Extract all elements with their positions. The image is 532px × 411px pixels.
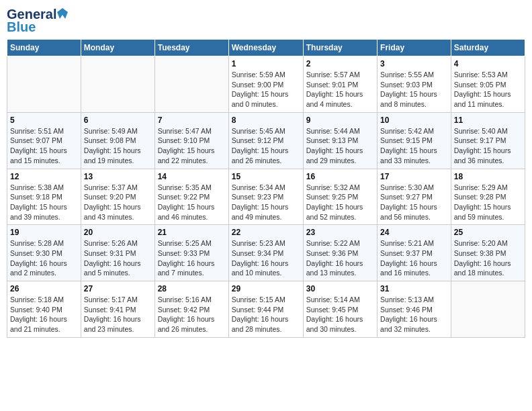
day-header-saturday: Saturday xyxy=(451,40,525,56)
calendar-cell: 25Sunrise: 5:20 AM Sunset: 9:38 PM Dayli… xyxy=(451,225,525,281)
calendar-cell: 28Sunrise: 5:16 AM Sunset: 9:42 PM Dayli… xyxy=(154,281,228,338)
day-number: 28 xyxy=(158,284,226,293)
calendar-cell: 19Sunrise: 5:28 AM Sunset: 9:30 PM Dayli… xyxy=(7,225,81,281)
day-number: 6 xyxy=(84,116,152,125)
calendar-cell: 12Sunrise: 5:38 AM Sunset: 9:18 PM Dayli… xyxy=(7,169,81,225)
day-detail: Sunrise: 5:51 AM Sunset: 9:07 PM Dayligh… xyxy=(10,126,78,166)
day-number: 9 xyxy=(306,116,374,125)
calendar-cell: 6Sunrise: 5:49 AM Sunset: 9:08 PM Daylig… xyxy=(81,112,154,169)
calendar-cell: 22Sunrise: 5:23 AM Sunset: 9:34 PM Dayli… xyxy=(228,225,303,281)
day-number: 13 xyxy=(84,172,152,181)
day-number: 10 xyxy=(380,116,448,125)
calendar-cell: 7Sunrise: 5:47 AM Sunset: 9:10 PM Daylig… xyxy=(154,112,228,169)
day-number: 29 xyxy=(232,284,300,293)
calendar-cell: 21Sunrise: 5:25 AM Sunset: 9:33 PM Dayli… xyxy=(154,225,228,281)
page-header: General Blue xyxy=(7,7,525,35)
day-header-monday: Monday xyxy=(81,40,154,56)
calendar-cell: 17Sunrise: 5:30 AM Sunset: 9:27 PM Dayli… xyxy=(378,169,451,225)
day-detail: Sunrise: 5:15 AM Sunset: 9:44 PM Dayligh… xyxy=(232,295,300,334)
day-number: 16 xyxy=(306,172,374,181)
calendar-cell: 5Sunrise: 5:51 AM Sunset: 9:07 PM Daylig… xyxy=(7,112,81,169)
calendar-cell: 2Sunrise: 5:57 AM Sunset: 9:01 PM Daylig… xyxy=(303,56,377,113)
calendar-cell: 10Sunrise: 5:42 AM Sunset: 9:15 PM Dayli… xyxy=(378,112,451,169)
day-number: 21 xyxy=(158,228,226,237)
day-detail: Sunrise: 5:34 AM Sunset: 9:23 PM Dayligh… xyxy=(232,183,300,222)
calendar-cell: 11Sunrise: 5:40 AM Sunset: 9:17 PM Dayli… xyxy=(451,112,525,169)
calendar-cell xyxy=(81,56,154,113)
day-detail: Sunrise: 5:32 AM Sunset: 9:25 PM Dayligh… xyxy=(306,183,374,222)
calendar-cell: 3Sunrise: 5:55 AM Sunset: 9:03 PM Daylig… xyxy=(378,56,451,113)
day-number: 2 xyxy=(306,59,374,68)
day-header-friday: Friday xyxy=(378,40,451,56)
calendar-cell: 14Sunrise: 5:35 AM Sunset: 9:22 PM Dayli… xyxy=(154,169,228,225)
day-detail: Sunrise: 5:30 AM Sunset: 9:27 PM Dayligh… xyxy=(380,183,448,222)
calendar-cell: 13Sunrise: 5:37 AM Sunset: 9:20 PM Dayli… xyxy=(81,169,154,225)
day-detail: Sunrise: 5:42 AM Sunset: 9:15 PM Dayligh… xyxy=(380,126,448,166)
calendar-cell: 15Sunrise: 5:34 AM Sunset: 9:23 PM Dayli… xyxy=(228,169,303,225)
calendar-cell: 26Sunrise: 5:18 AM Sunset: 9:40 PM Dayli… xyxy=(7,281,81,338)
day-number: 26 xyxy=(10,284,78,293)
day-detail: Sunrise: 5:22 AM Sunset: 9:36 PM Dayligh… xyxy=(306,238,374,278)
day-detail: Sunrise: 5:20 AM Sunset: 9:38 PM Dayligh… xyxy=(454,238,522,278)
day-detail: Sunrise: 5:26 AM Sunset: 9:31 PM Dayligh… xyxy=(84,238,152,278)
calendar-week-row: 19Sunrise: 5:28 AM Sunset: 9:30 PM Dayli… xyxy=(7,225,525,281)
logo: General Blue xyxy=(7,7,68,35)
calendar-cell: 24Sunrise: 5:21 AM Sunset: 9:37 PM Dayli… xyxy=(378,225,451,281)
calendar-week-row: 12Sunrise: 5:38 AM Sunset: 9:18 PM Dayli… xyxy=(7,169,525,225)
calendar-cell: 8Sunrise: 5:45 AM Sunset: 9:12 PM Daylig… xyxy=(228,112,303,169)
svg-marker-0 xyxy=(57,8,68,19)
day-number: 4 xyxy=(454,59,522,68)
day-header-thursday: Thursday xyxy=(303,40,377,56)
day-detail: Sunrise: 5:37 AM Sunset: 9:20 PM Dayligh… xyxy=(84,183,152,222)
calendar-cell xyxy=(154,56,228,113)
calendar-cell: 20Sunrise: 5:26 AM Sunset: 9:31 PM Dayli… xyxy=(81,225,154,281)
day-detail: Sunrise: 5:18 AM Sunset: 9:40 PM Dayligh… xyxy=(10,295,78,334)
day-number: 15 xyxy=(232,172,300,181)
day-number: 19 xyxy=(10,228,78,237)
calendar-cell: 1Sunrise: 5:59 AM Sunset: 9:00 PM Daylig… xyxy=(228,56,303,113)
day-detail: Sunrise: 5:38 AM Sunset: 9:18 PM Dayligh… xyxy=(10,183,78,222)
calendar-cell: 27Sunrise: 5:17 AM Sunset: 9:41 PM Dayli… xyxy=(81,281,154,338)
day-detail: Sunrise: 5:44 AM Sunset: 9:13 PM Dayligh… xyxy=(306,126,374,166)
day-number: 17 xyxy=(380,172,448,181)
day-number: 31 xyxy=(380,284,448,293)
day-number: 23 xyxy=(306,228,374,237)
day-number: 7 xyxy=(158,116,226,125)
day-number: 14 xyxy=(158,172,226,181)
calendar-cell: 9Sunrise: 5:44 AM Sunset: 9:13 PM Daylig… xyxy=(303,112,377,169)
calendar-week-row: 26Sunrise: 5:18 AM Sunset: 9:40 PM Dayli… xyxy=(7,281,525,338)
day-detail: Sunrise: 5:14 AM Sunset: 9:45 PM Dayligh… xyxy=(306,295,374,334)
calendar-week-row: 5Sunrise: 5:51 AM Sunset: 9:07 PM Daylig… xyxy=(7,112,525,169)
day-number: 30 xyxy=(306,284,374,293)
day-detail: Sunrise: 5:16 AM Sunset: 9:42 PM Dayligh… xyxy=(158,295,226,334)
day-number: 12 xyxy=(10,172,78,181)
day-detail: Sunrise: 5:29 AM Sunset: 9:28 PM Dayligh… xyxy=(454,183,522,222)
day-detail: Sunrise: 5:28 AM Sunset: 9:30 PM Dayligh… xyxy=(10,238,78,278)
calendar-cell: 16Sunrise: 5:32 AM Sunset: 9:25 PM Dayli… xyxy=(303,169,377,225)
day-number: 3 xyxy=(380,59,448,68)
day-number: 27 xyxy=(84,284,152,293)
day-detail: Sunrise: 5:47 AM Sunset: 9:10 PM Dayligh… xyxy=(158,126,226,166)
day-header-wednesday: Wednesday xyxy=(228,40,303,56)
calendar-cell: 29Sunrise: 5:15 AM Sunset: 9:44 PM Dayli… xyxy=(228,281,303,338)
day-number: 22 xyxy=(232,228,300,237)
day-detail: Sunrise: 5:35 AM Sunset: 9:22 PM Dayligh… xyxy=(158,183,226,222)
calendar-cell: 31Sunrise: 5:13 AM Sunset: 9:46 PM Dayli… xyxy=(378,281,451,338)
day-detail: Sunrise: 5:25 AM Sunset: 9:33 PM Dayligh… xyxy=(158,238,226,278)
day-detail: Sunrise: 5:23 AM Sunset: 9:34 PM Dayligh… xyxy=(232,238,300,278)
calendar-cell: 23Sunrise: 5:22 AM Sunset: 9:36 PM Dayli… xyxy=(303,225,377,281)
calendar-cell xyxy=(7,56,81,113)
day-header-sunday: Sunday xyxy=(7,40,81,56)
day-header-tuesday: Tuesday xyxy=(154,40,228,56)
day-detail: Sunrise: 5:40 AM Sunset: 9:17 PM Dayligh… xyxy=(454,126,522,166)
day-detail: Sunrise: 5:59 AM Sunset: 9:00 PM Dayligh… xyxy=(232,70,300,109)
calendar-cell: 30Sunrise: 5:14 AM Sunset: 9:45 PM Dayli… xyxy=(303,281,377,338)
day-number: 1 xyxy=(232,59,300,68)
calendar-header-row: SundayMondayTuesdayWednesdayThursdayFrid… xyxy=(7,40,525,56)
day-detail: Sunrise: 5:45 AM Sunset: 9:12 PM Dayligh… xyxy=(232,126,300,166)
day-number: 11 xyxy=(454,116,522,125)
day-detail: Sunrise: 5:49 AM Sunset: 9:08 PM Dayligh… xyxy=(84,126,152,166)
calendar-cell: 4Sunrise: 5:53 AM Sunset: 9:05 PM Daylig… xyxy=(451,56,525,113)
day-number: 24 xyxy=(380,228,448,237)
day-detail: Sunrise: 5:55 AM Sunset: 9:03 PM Dayligh… xyxy=(380,70,448,109)
